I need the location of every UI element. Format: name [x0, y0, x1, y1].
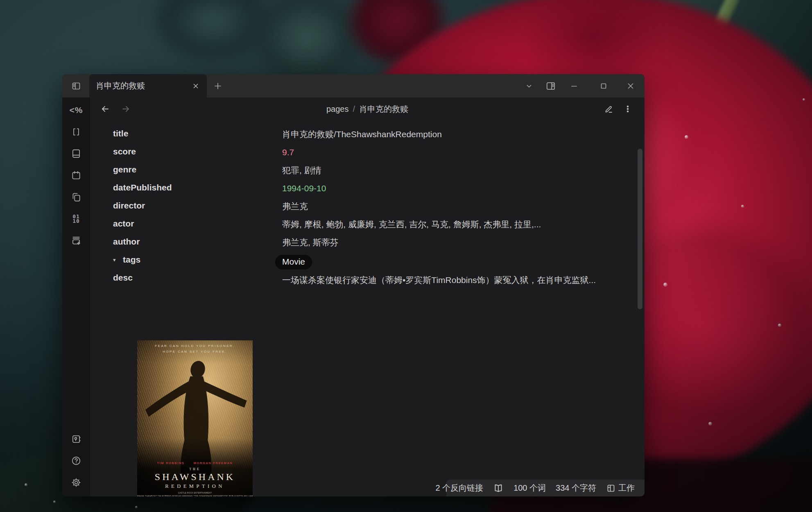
minimize-button[interactable]: [566, 78, 582, 94]
attr-key: actor: [113, 215, 282, 229]
dock-settings-button[interactable]: [67, 473, 85, 492]
movie-poster-image[interactable]: FEAR CAN HOLD YOU PRISONER. HOPE CAN SET…: [137, 340, 253, 496]
word-count: 100 个词: [513, 483, 546, 494]
attr-value[interactable]: 犯罪, 剧情: [282, 161, 616, 176]
collapse-arrow-icon[interactable]: ▾: [113, 257, 123, 263]
dock-card-add-button[interactable]: [67, 231, 85, 249]
toggle-left-sidebar-button[interactable]: [68, 78, 84, 94]
tab-title: 肖申克的救赎: [96, 80, 190, 91]
attr-key: datePublished: [113, 179, 282, 193]
attr-value[interactable]: 1994-09-10: [282, 179, 616, 194]
tag-pill[interactable]: Movie: [275, 255, 312, 270]
window-menu-chevron-button[interactable]: [521, 78, 537, 94]
doc-header: pages / 肖申克的救赎: [90, 97, 645, 120]
titlebar: 肖申克的救赎: [62, 74, 645, 97]
poster-tagline: HOPE CAN SET YOU FREE.: [137, 350, 253, 353]
panel-right-icon: [545, 81, 556, 91]
attr-key-label: tags: [123, 255, 140, 265]
template-icon: <%: [70, 105, 83, 115]
poster-title-the: THE: [137, 467, 253, 471]
edit-button[interactable]: [601, 101, 617, 117]
tab-active[interactable]: 肖申克的救赎: [89, 74, 207, 97]
poster-credit-line: CASTLE ROCK ENTERTAINMENT: [137, 492, 253, 494]
more-options-button[interactable]: [620, 101, 636, 117]
copy-icon: [71, 192, 81, 202]
dock-copy-button[interactable]: [67, 188, 85, 206]
attr-key: score: [113, 143, 282, 156]
attr-value[interactable]: 弗兰克: [282, 197, 616, 212]
breadcrumb-current[interactable]: 肖申克的救赎: [359, 104, 408, 115]
attr-value[interactable]: 弗兰克, 斯蒂芬: [282, 233, 616, 248]
backlinks-label: 2 个反向链接: [435, 483, 483, 494]
workspace-label: 工作: [618, 483, 635, 494]
attr-key: author: [113, 233, 282, 247]
attr-value: Movie: [282, 251, 616, 270]
word-count-label: 100 个词: [513, 483, 546, 494]
attr-value[interactable]: 一场谋杀案使银行家安迪（蒂姆•罗宾斯TimRobbins饰）蒙冤入狱，在肖申克监…: [282, 270, 616, 288]
left-dock: <% 01 10: [62, 97, 90, 496]
poster-star-names: TIM ROBBINS MORGAN FREEMAN: [137, 461, 253, 465]
attr-row-director[interactable]: director 弗兰克: [113, 197, 641, 215]
breadcrumb-separator: /: [353, 104, 355, 114]
tab-close-icon[interactable]: [190, 80, 202, 92]
pencil-icon: [604, 104, 614, 114]
scrollbar[interactable]: [638, 149, 642, 309]
dock-brackets-button[interactable]: [67, 123, 85, 141]
workspace-button[interactable]: 工作: [606, 483, 635, 494]
new-tab-button[interactable]: [210, 78, 226, 94]
char-count-label: 334 个字符: [556, 483, 596, 494]
reading-mode-button[interactable]: [493, 483, 504, 494]
toggle-right-sidebar-button[interactable]: [543, 78, 559, 94]
attr-key: ▾ tags: [113, 251, 282, 265]
dock-book-button[interactable]: [67, 145, 85, 163]
breadcrumb: pages / 肖申克的救赎: [90, 97, 645, 120]
attribute-table: title 肖申克的救赎/TheShawshankRedemption scor…: [113, 125, 641, 288]
attr-value[interactable]: 肖申克的救赎/TheShawshankRedemption: [282, 125, 616, 140]
attr-row-score[interactable]: score 9.7: [113, 143, 641, 161]
attr-key: title: [113, 125, 282, 138]
card-add-icon: [71, 235, 81, 246]
attr-key: genre: [113, 161, 282, 174]
app-window: 肖申克的救赎: [62, 74, 645, 496]
attr-value[interactable]: 9.7: [282, 143, 616, 158]
settings-gear-icon: [71, 477, 81, 488]
calendar-icon: [71, 170, 81, 181]
plus-icon: [213, 82, 222, 91]
statusbar: 2 个反向链接 100 个词 334 个字符 工作: [446, 480, 645, 496]
attr-key: director: [113, 197, 282, 211]
breadcrumb-parent[interactable]: pages: [326, 104, 349, 114]
editor-area: pages / 肖申克的救赎 title 肖申克的救赎/TheShawshank…: [90, 97, 645, 496]
binary-line2: 10: [72, 218, 80, 224]
minimize-icon: [569, 81, 579, 91]
attr-row-actor[interactable]: actor 蒂姆, 摩根, 鲍勃, 威廉姆, 克兰西, 吉尔, 马克, 詹姆斯,…: [113, 215, 641, 233]
kebab-menu-icon: [623, 104, 632, 113]
dock-safe-button[interactable]: [67, 430, 85, 448]
open-book-icon: [493, 483, 504, 494]
char-count: 334 个字符: [556, 483, 596, 494]
close-window-button[interactable]: [622, 78, 639, 94]
poster-title-redemption: REDEMPTION: [137, 483, 253, 489]
chevron-down-icon: [525, 82, 534, 91]
poster-tagline: FEAR CAN HOLD YOU PRISONER.: [137, 344, 253, 348]
attr-row-desc[interactable]: desc 一场谋杀案使银行家安迪（蒂姆•罗宾斯TimRobbins饰）蒙冤入狱，…: [113, 270, 641, 288]
brackets-icon: [71, 127, 81, 137]
dock-calendar-button[interactable]: [67, 166, 85, 184]
attr-row-author[interactable]: author 弗兰克, 斯蒂芬: [113, 233, 641, 251]
dock-binary-button[interactable]: 01 10: [67, 210, 85, 228]
poster-billing-block: TIM ROBBINS MORGAN FREEMAN THE SHAWSHANK…: [137, 461, 253, 496]
poster-title-shawshank: SHAWSHANK: [137, 471, 253, 483]
attr-row-datePublished[interactable]: datePublished 1994-09-10: [113, 179, 641, 197]
attr-row-title[interactable]: title 肖申克的救赎/TheShawshankRedemption: [113, 125, 641, 143]
attr-key: desc: [113, 270, 282, 283]
binary-icon: 01 10: [72, 214, 80, 223]
maximize-button[interactable]: [595, 78, 612, 94]
attr-value[interactable]: 蒂姆, 摩根, 鲍勃, 威廉姆, 克兰西, 吉尔, 马克, 詹姆斯, 杰弗里, …: [282, 215, 616, 230]
book-icon: [71, 148, 81, 159]
attr-row-genre[interactable]: genre 犯罪, 剧情: [113, 161, 641, 179]
attr-row-tags[interactable]: ▾ tags Movie: [113, 251, 641, 270]
panel-left-icon: [71, 81, 81, 91]
dock-template-button[interactable]: <%: [67, 101, 85, 119]
dock-help-button[interactable]: [67, 452, 85, 470]
backlinks-count[interactable]: 2 个反向链接: [435, 483, 483, 494]
close-icon: [626, 81, 636, 91]
